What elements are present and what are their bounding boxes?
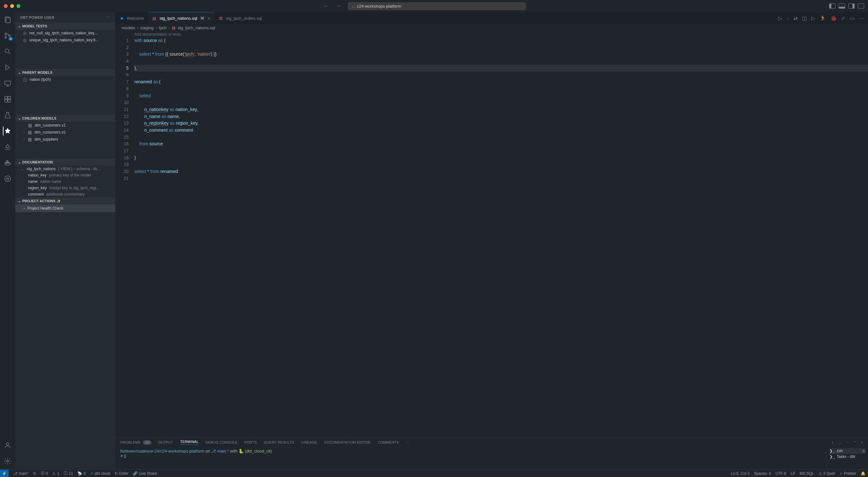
more-icon[interactable]: ⋯: [107, 15, 111, 20]
bug-icon[interactable]: 🐞: [830, 15, 837, 21]
docker-icon[interactable]: [3, 158, 12, 167]
child-model-item[interactable]: › ▦ dim_customers.v2: [15, 129, 115, 136]
accounts-icon[interactable]: [3, 441, 12, 450]
breadcrumb-item[interactable]: stg_tpch_nations.sql: [177, 26, 215, 30]
terminal-list-item[interactable]: ❯_ Tasks - dbt: [830, 454, 865, 459]
aws-icon[interactable]: [3, 142, 12, 151]
run-dropdown-icon[interactable]: ⌄: [786, 16, 789, 20]
breadcrumb-item[interactable]: models: [122, 26, 135, 30]
diff-icon[interactable]: ⇄: [794, 15, 798, 21]
close-icon[interactable]: ×: [208, 16, 210, 21]
search-activity-icon[interactable]: [3, 47, 12, 56]
doc-column-item[interactable]: nation_key primary key of the model: [15, 172, 115, 178]
nav-forward-icon[interactable]: →: [336, 3, 341, 9]
status-ports[interactable]: 📡 0: [78, 471, 86, 476]
status-defer[interactable]: ↻ Defer: [115, 471, 128, 476]
check-icon[interactable]: ✓: [841, 15, 845, 21]
close-panel-icon[interactable]: ×: [861, 440, 863, 444]
panel-tab-query[interactable]: QUERY RESULTS: [264, 440, 294, 444]
terminal-item-label: zsh: [837, 449, 843, 453]
section-documentation[interactable]: ⌄ DOCUMENTATION: [15, 159, 115, 166]
section-parent-models[interactable]: ⌄ PARENT MODELS: [15, 69, 115, 76]
status-spell[interactable]: ⚠ 3 Spell: [819, 471, 835, 476]
child-model-item[interactable]: ▦ dim_customers.v1: [15, 122, 115, 129]
status-spaces[interactable]: Spaces: 4: [754, 471, 771, 476]
split-icon[interactable]: ◫: [802, 15, 807, 21]
tab-stg-nations[interactable]: ▤ stg_tpch_nations.sql M ×: [148, 12, 214, 24]
panel-tab-doceditor[interactable]: DOCUMENTATION EDITOR: [324, 440, 371, 444]
section-children-models[interactable]: ⌄ CHILDREN MODELS: [15, 115, 115, 122]
more-icon[interactable]: ⋯: [859, 15, 864, 21]
customize-layout-icon[interactable]: [858, 3, 864, 9]
status-liveshare[interactable]: 🔗 Live Share: [133, 471, 157, 476]
section-model-tests[interactable]: ⌄ MODEL TESTS: [15, 23, 115, 30]
gitlens-icon[interactable]: [3, 174, 12, 183]
extensions-icon[interactable]: [3, 95, 12, 104]
panel-tab-problems[interactable]: PROBLEMS 12: [120, 440, 151, 444]
remote-indicator[interactable]: ⚡: [0, 470, 9, 477]
breadcrumb-item[interactable]: staging: [140, 26, 153, 30]
panel-tab-terminal[interactable]: TERMINAL: [180, 440, 199, 445]
doc-column-item[interactable]: comment additional commentary: [15, 191, 115, 198]
status-sync[interactable]: ↻: [33, 471, 36, 476]
terminal-output[interactable]: fishtown/coalesce-24/c24-workshops-platf…: [115, 447, 827, 469]
status-lang[interactable]: MS SQL: [800, 471, 814, 476]
book-icon[interactable]: ▭: [850, 15, 855, 21]
panel-tab-ports[interactable]: PORTS: [245, 440, 257, 444]
terminal-dropdown-icon[interactable]: ⌄: [839, 441, 841, 444]
code-lens-hint[interactable]: Add documentation or tests: [134, 32, 868, 37]
model-test-item[interactable]: ◎ not_null_stg_tpch_nations_nation_key..…: [15, 30, 115, 37]
window-minimize[interactable]: [10, 4, 14, 8]
code-content[interactable]: Add documentation or tests with source a…: [134, 32, 868, 438]
status-eol[interactable]: LF: [790, 471, 795, 476]
runner-icon[interactable]: 🏃: [819, 15, 826, 21]
status-prettier[interactable]: ✓ Prettier: [839, 471, 856, 476]
section-project-actions[interactable]: ⌄ PROJECT ACTIONS ✨: [15, 198, 115, 204]
panel-tab-comments[interactable]: COMMENTS: [378, 440, 399, 444]
window-close[interactable]: [4, 4, 8, 8]
code-editor[interactable]: 1234 5678 9101112 13141516 1718192021 Ad…: [115, 32, 868, 438]
command-center[interactable]: ⌕ c24-workshops-platform: [348, 2, 526, 10]
play-icon[interactable]: ▷: [811, 15, 815, 21]
breadcrumbs[interactable]: models › staging › tpch › ▤ stg_tpch_nat…: [115, 24, 868, 32]
panel-tab-output[interactable]: OUTPUT: [158, 440, 173, 444]
status-errors[interactable]: ⓧ 0: [41, 471, 48, 476]
toggle-secondary-sidebar-icon[interactable]: [848, 3, 855, 9]
source-control-icon[interactable]: 2: [3, 31, 12, 40]
explorer-icon[interactable]: [3, 15, 12, 24]
tab-welcome[interactable]: ◆ Welcome: [115, 12, 148, 24]
breadcrumb-item[interactable]: tpch: [159, 26, 167, 30]
run-debug-icon[interactable]: [3, 63, 12, 72]
doc-model-item[interactable]: ⌄ stg_tpch_nations [ VIEW ] – schema : d…: [15, 166, 115, 172]
toggle-panel-icon[interactable]: [839, 3, 845, 9]
panel-tab-lineage[interactable]: LINEAGE: [301, 440, 317, 444]
status-dbt[interactable]: ✓ dbt cloud: [90, 471, 110, 476]
more-icon[interactable]: ⋯: [406, 440, 409, 445]
tab-stg-orders[interactable]: ▤ stg_tpch_orders.sql: [214, 12, 266, 24]
status-encoding[interactable]: UTF-8: [775, 471, 786, 476]
parent-model-item[interactable]: ◫ nation (tpch): [15, 76, 115, 83]
child-model-item[interactable]: › ▦ dim_suppliers: [15, 136, 115, 143]
status-bell-icon[interactable]: 🔔: [861, 471, 865, 476]
terminal-list-item[interactable]: ❯_ zsh ⚠: [830, 448, 865, 454]
status-info[interactable]: ⓘ 11: [64, 471, 73, 476]
doc-column-item[interactable]: region_key foreign key to stg_tpch_regi.…: [15, 185, 115, 191]
project-action-item[interactable]: › Project Health Check: [15, 204, 115, 212]
window-maximize[interactable]: [17, 4, 20, 8]
more-icon[interactable]: ⋯: [846, 440, 849, 445]
run-icon[interactable]: ▷: [778, 15, 782, 21]
model-test-item[interactable]: ◎ unique_stg_tpch_nations_nation_key.9..…: [15, 37, 115, 43]
toggle-primary-sidebar-icon[interactable]: [829, 3, 836, 9]
new-terminal-icon[interactable]: ＋: [831, 440, 834, 445]
status-warnings[interactable]: ⚠ 1: [52, 471, 59, 476]
maximize-panel-icon[interactable]: ⌃: [854, 440, 857, 445]
nav-back-icon[interactable]: ←: [323, 3, 329, 9]
doc-column-item[interactable]: name nation name: [15, 178, 115, 185]
status-branch[interactable]: ⎇ main*: [13, 471, 29, 476]
status-position[interactable]: Ln 5, Col 3: [731, 471, 749, 476]
dbt-power-user-icon[interactable]: [3, 127, 12, 135]
remote-explorer-icon[interactable]: [3, 79, 12, 88]
testing-icon[interactable]: [3, 111, 12, 120]
settings-icon[interactable]: [3, 457, 12, 466]
panel-tab-debug[interactable]: DEBUG CONSOLE: [206, 440, 238, 444]
